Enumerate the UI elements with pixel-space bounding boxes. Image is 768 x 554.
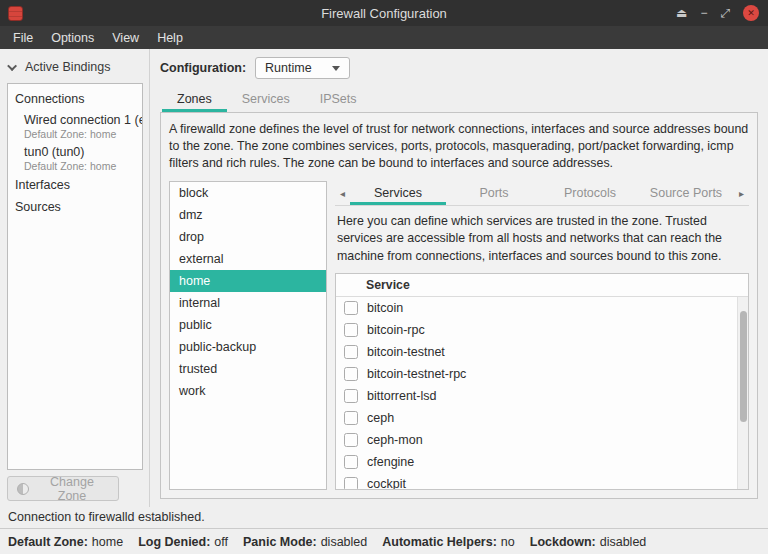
service-row[interactable]: cockpit bbox=[336, 473, 748, 490]
content-area: Active Bindings Connections Wired connec… bbox=[0, 49, 768, 507]
service-label: bitcoin bbox=[367, 301, 403, 315]
statusbar: Default Zone:home Log Denied:off Panic M… bbox=[0, 528, 768, 554]
change-zone-label: Change Zone bbox=[35, 475, 109, 503]
configuration-dropdown[interactable]: Runtime bbox=[255, 57, 350, 79]
change-zone-button[interactable]: Change Zone bbox=[7, 476, 119, 501]
zone-row[interactable]: block bbox=[170, 182, 326, 204]
sidebar-item-tun0-connection[interactable]: tun0 (tun0) Default Zone: home bbox=[8, 142, 142, 174]
service-label: bitcoin-testnet bbox=[367, 345, 445, 359]
service-checkbox[interactable] bbox=[344, 389, 358, 403]
services-column-header[interactable]: Service bbox=[336, 274, 748, 297]
menu-options[interactable]: Options bbox=[42, 28, 103, 48]
status-panic-mode: Panic Mode:disabled bbox=[243, 535, 367, 549]
dropdown-arrow-icon bbox=[332, 66, 340, 71]
zone-row[interactable]: work bbox=[170, 380, 326, 402]
active-bindings-label: Active Bindings bbox=[25, 60, 110, 74]
zone-row-selected[interactable]: home bbox=[170, 270, 326, 292]
menubar: File Options View Help bbox=[0, 26, 768, 49]
minimize-button[interactable]: − bbox=[700, 7, 707, 19]
tab-ipsets[interactable]: IPSets bbox=[305, 88, 372, 112]
service-checkbox[interactable] bbox=[344, 345, 358, 359]
service-checkbox[interactable] bbox=[344, 367, 358, 381]
service-checkbox[interactable] bbox=[344, 455, 358, 469]
service-checkbox[interactable] bbox=[344, 477, 358, 490]
window-title: Firewall Configuration bbox=[321, 6, 447, 21]
service-row[interactable]: bitcoin-testnet bbox=[336, 341, 748, 363]
zone-row[interactable]: external bbox=[170, 248, 326, 270]
sidebar-item-wired-connection[interactable]: Wired connection 1 (en Default Zone: hom… bbox=[8, 110, 142, 142]
service-row[interactable]: cfengine bbox=[336, 451, 748, 473]
status-message: Connection to firewalld established. bbox=[0, 507, 768, 528]
zone-description: A firewalld zone defines the level of tr… bbox=[169, 121, 749, 172]
zone-row[interactable]: public-backup bbox=[170, 336, 326, 358]
zone-detail-panel: ◂ Services Ports Protocols Source Ports … bbox=[335, 181, 749, 490]
service-row[interactable]: bitcoin-testnet-rpc bbox=[336, 363, 748, 385]
zone-row[interactable]: trusted bbox=[170, 358, 326, 380]
maximize-button[interactable]: ⤢ bbox=[720, 7, 730, 19]
service-row[interactable]: bitcoin-rpc bbox=[336, 319, 748, 341]
zones-page: A firewalld zone defines the level of tr… bbox=[160, 112, 758, 499]
menu-view[interactable]: View bbox=[103, 28, 148, 48]
keep-above-icon[interactable]: ⏏ bbox=[676, 7, 687, 19]
titlebar-buttons: ⏏ − ⤢ ✕ bbox=[676, 5, 759, 21]
service-label: bitcoin-rpc bbox=[367, 323, 425, 337]
status-lockdown: Lockdown:disabled bbox=[530, 535, 647, 549]
zone-row[interactable]: dmz bbox=[170, 204, 326, 226]
main-panel: Configuration: Runtime Zones Services IP… bbox=[150, 49, 768, 507]
services-description: Here you can define which services are t… bbox=[337, 213, 747, 264]
tab-zone-services[interactable]: Services bbox=[350, 181, 446, 205]
close-button[interactable]: ✕ bbox=[743, 5, 759, 21]
service-row[interactable]: bitcoin bbox=[336, 297, 748, 319]
tab-zones[interactable]: Zones bbox=[162, 88, 227, 112]
tab-zone-ports[interactable]: Ports bbox=[446, 181, 542, 205]
menu-help[interactable]: Help bbox=[148, 28, 192, 48]
connection-name: Wired connection 1 (en bbox=[24, 113, 142, 127]
connection-default-zone: Default Zone: home bbox=[24, 160, 142, 172]
scrollbar-thumb[interactable] bbox=[740, 311, 747, 423]
service-label: cockpit bbox=[367, 477, 406, 490]
titlebar[interactable]: Firewall Configuration ⏏ − ⤢ ✕ bbox=[0, 0, 768, 26]
service-label: bittorrent-lsd bbox=[367, 389, 436, 403]
tab-zone-protocols[interactable]: Protocols bbox=[542, 181, 638, 205]
active-bindings-header[interactable]: Active Bindings bbox=[7, 55, 143, 79]
service-label: ceph bbox=[367, 411, 394, 425]
firewall-config-window: Firewall Configuration ⏏ − ⤢ ✕ File Opti… bbox=[0, 0, 768, 554]
service-checkbox[interactable] bbox=[344, 323, 358, 337]
service-row[interactable]: bittorrent-lsd bbox=[336, 385, 748, 407]
service-checkbox[interactable] bbox=[344, 411, 358, 425]
tab-scroll-right-icon[interactable]: ▸ bbox=[734, 181, 749, 205]
change-zone-icon bbox=[17, 483, 29, 495]
status-default-zone: Default Zone:home bbox=[8, 535, 123, 549]
sidebar-item-interfaces[interactable]: Interfaces bbox=[8, 174, 142, 196]
configuration-row: Configuration: Runtime bbox=[160, 57, 758, 79]
sidebar-item-sources[interactable]: Sources bbox=[8, 196, 142, 218]
service-checkbox[interactable] bbox=[344, 433, 358, 447]
main-tabs: Zones Services IPSets bbox=[160, 88, 758, 112]
zone-detail-tabs: ◂ Services Ports Protocols Source Ports … bbox=[335, 181, 749, 206]
connection-default-zone: Default Zone: home bbox=[24, 128, 142, 140]
service-label: ceph-mon bbox=[367, 433, 423, 447]
service-row[interactable]: ceph bbox=[336, 407, 748, 429]
zone-row[interactable]: drop bbox=[170, 226, 326, 248]
service-row[interactable]: ceph-mon bbox=[336, 429, 748, 451]
configuration-label: Configuration: bbox=[160, 61, 246, 75]
service-checkbox[interactable] bbox=[344, 301, 358, 315]
tab-scroll-left-icon[interactable]: ◂ bbox=[335, 181, 350, 205]
tab-zone-source-ports[interactable]: Source Ports bbox=[638, 181, 734, 205]
menu-file[interactable]: File bbox=[4, 28, 42, 48]
tab-services[interactable]: Services bbox=[227, 88, 305, 112]
sidebar: Active Bindings Connections Wired connec… bbox=[0, 49, 150, 507]
configuration-value: Runtime bbox=[265, 61, 312, 75]
zone-row[interactable]: internal bbox=[170, 292, 326, 314]
zone-row[interactable]: public bbox=[170, 314, 326, 336]
chevron-down-icon bbox=[7, 61, 17, 71]
zone-list: block dmz drop external home internal pu… bbox=[169, 181, 327, 490]
sidebar-item-connections[interactable]: Connections bbox=[8, 88, 142, 110]
bindings-list: Connections Wired connection 1 (en Defau… bbox=[7, 83, 143, 470]
services-table: Service bitcoin bitcoin-rpc bbox=[335, 273, 749, 490]
status-log-denied: Log Denied:off bbox=[138, 535, 228, 549]
services-scrollbar[interactable] bbox=[737, 297, 748, 489]
service-label: bitcoin-testnet-rpc bbox=[367, 367, 466, 381]
connection-name: tun0 (tun0) bbox=[24, 145, 142, 159]
services-list: bitcoin bitcoin-rpc bitcoin-testnet bbox=[336, 297, 748, 490]
